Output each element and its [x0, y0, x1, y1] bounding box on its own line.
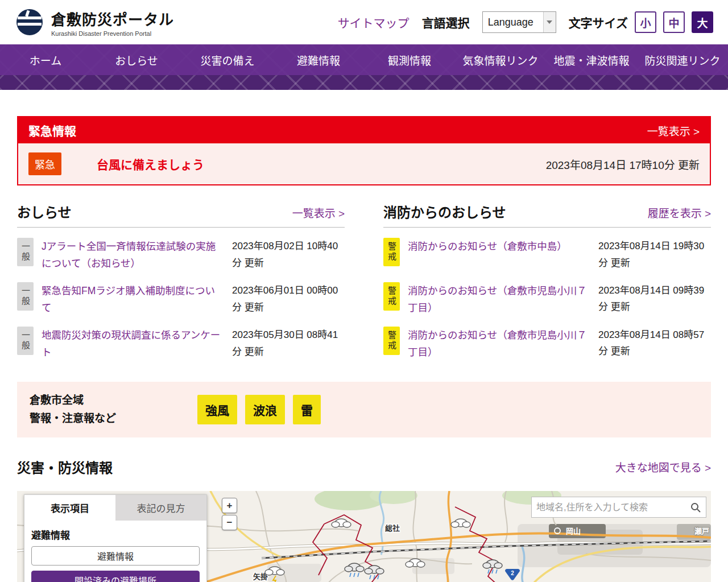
font-size-medium-button[interactable]: 中 — [663, 11, 685, 33]
search-icon[interactable] — [690, 502, 701, 513]
emergency-badge: 緊急 — [28, 152, 61, 175]
warnings-area-line2: 警報・注意報など — [30, 410, 158, 428]
fire-notice-updated: 2023年08月14日 19時30分 更新 — [598, 238, 711, 272]
nav-background-pattern: ホーム おしらせ 災害の備え 避難情報 観測情報 気象情報リンク 地震・津波情報… — [0, 44, 728, 90]
site-header: 倉敷防災ポータル Kurashiki Disaster Prevention P… — [0, 0, 728, 44]
site-logo-icon — [15, 7, 44, 37]
nav-item-weather-links[interactable]: 気象情報リンク — [455, 44, 546, 75]
map-search-box — [531, 497, 706, 518]
zoom-out-button[interactable]: − — [222, 515, 237, 530]
notices-column: おしらせ 一覧表示 > 一般 Jアラート全国一斉情報伝達試験の実施について（お知… — [17, 201, 345, 361]
fire-notices-history-link[interactable]: 履歴を表示 > — [648, 205, 711, 220]
tab-display-items[interactable]: 表示項目 — [24, 495, 115, 521]
notice-updated: 2023年05月30日 08時41分 更新 — [232, 327, 345, 361]
map-panel-tabs: 表示項目 表記の見方 — [24, 495, 206, 521]
route-2-label: 2 — [511, 570, 514, 576]
map-search-input[interactable] — [536, 502, 690, 513]
notice-updated: 2023年06月01日 00時00分 更新 — [232, 282, 345, 316]
open-shelters-button[interactable]: 開設済みの避難場所 — [31, 571, 200, 582]
nav-item-earthquake-tsunami[interactable]: 地震・津波情報 — [546, 44, 637, 75]
nav-item-preparedness[interactable]: 災害の備え — [182, 44, 273, 75]
fire-notice-updated: 2023年08月14日 09時39分 更新 — [598, 282, 711, 316]
language-label: 言語選択 — [422, 14, 470, 31]
map-panel-body: 避難情報 避難情報 開設済みの避難場所 — [24, 521, 206, 582]
chevron-down-icon — [543, 12, 556, 32]
font-size-large-button[interactable]: 大 — [692, 11, 713, 33]
map-section-header: 災害・防災情報 大きな地図で見る > — [17, 457, 711, 476]
zoom-in-button[interactable]: + — [222, 498, 237, 513]
fire-notice-updated: 2023年08月14日 08時57分 更新 — [598, 327, 711, 361]
emergency-header: 緊急情報 一覧表示 > — [18, 117, 710, 143]
disaster-map[interactable]: 2 総社 岡山 瀬戸 矢掛 — [17, 491, 711, 582]
nav-item-home[interactable]: ホーム — [0, 44, 91, 75]
list-item: 一般 地震防災対策の現状調査に係るアンケート 2023年05月30日 08時41… — [17, 327, 345, 361]
font-size-group: 文字サイズ 小 中 大 — [569, 11, 713, 33]
notice-link[interactable]: 緊急告知FMラジオ購入補助制度について — [42, 282, 224, 316]
language-select-value: Language — [483, 16, 543, 28]
category-badge: 一般 — [17, 238, 34, 266]
list-item: 警戒 消防からのお知らせ（倉敷市児島小川７丁目） 2023年08月14日 09時… — [383, 282, 711, 316]
notice-link[interactable]: 地震防災対策の現状調査に係るアンケート — [42, 327, 224, 361]
fire-notice-link[interactable]: 消防からのお知らせ（倉敷市児島小川７丁目） — [408, 327, 590, 361]
warning-badges: 強風 波浪 雷 — [197, 395, 321, 424]
large-map-link[interactable]: 大きな地図で見る > — [615, 459, 711, 474]
font-size-label: 文字サイズ — [569, 14, 628, 31]
notices-list-link[interactable]: 一覧表示 > — [292, 205, 345, 220]
nav-item-related-links[interactable]: 防災関連リンク — [637, 44, 728, 75]
warning-badge-strong-wind[interactable]: 強風 — [197, 395, 237, 424]
evacuation-group-label: 避難情報 — [31, 527, 200, 542]
warnings-area-line1: 倉敷市全域 — [30, 391, 158, 410]
notice-updated: 2023年08月02日 10時40分 更新 — [232, 238, 345, 272]
language-select[interactable]: Language — [482, 11, 556, 33]
emergency-section: 緊急情報 一覧表示 > 緊急 台風に備えましょう 2023年08月14日 17時… — [17, 116, 711, 185]
warnings-area-label: 倉敷市全域 警報・注意報など — [30, 391, 158, 428]
svg-text:岡山: 岡山 — [566, 527, 581, 535]
map-label-seto: 瀬戸 — [694, 527, 709, 535]
sitemap-link[interactable]: サイトマップ — [338, 14, 410, 31]
category-badge: 一般 — [17, 327, 34, 355]
site-subtitle: Kurashiki Disaster Prevention Portal — [51, 30, 174, 37]
list-item: 警戒 消防からのお知らせ（倉敷市児島小川７丁目） 2023年08月14日 08時… — [383, 327, 711, 361]
fire-notice-link[interactable]: 消防からのお知らせ（倉敷市中島） — [408, 238, 590, 255]
nav-item-observation[interactable]: 観測情報 — [364, 44, 455, 75]
nav-item-notices[interactable]: おしらせ — [91, 44, 182, 75]
warning-badge-high-waves[interactable]: 波浪 — [245, 395, 285, 424]
evacuation-info-button[interactable]: 避難情報 — [31, 546, 200, 566]
news-columns: おしらせ 一覧表示 > 一般 Jアラート全国一斉情報伝達試験の実施について（お知… — [17, 201, 711, 361]
emergency-title: 緊急情報 — [28, 122, 76, 139]
site-brand[interactable]: 倉敷防災ポータル Kurashiki Disaster Prevention P… — [51, 8, 174, 37]
fire-notice-link[interactable]: 消防からのお知らせ（倉敷市児島小川７丁目） — [408, 282, 590, 316]
tab-legend[interactable]: 表記の見方 — [115, 495, 206, 521]
warnings-section: 倉敷市全域 警報・注意報など 強風 波浪 雷 — [17, 382, 711, 438]
notices-title: おしらせ — [17, 201, 72, 221]
main-nav: ホーム おしらせ 災害の備え 避難情報 観測情報 気象情報リンク 地震・津波情報… — [0, 44, 728, 75]
emergency-updated: 2023年08月14日 17時10分 更新 — [546, 156, 700, 172]
fire-notices-header: 消防からのおしらせ 履歴を表示 > — [383, 201, 711, 228]
map-section-title: 災害・防災情報 — [17, 457, 113, 477]
site-title: 倉敷防災ポータル — [51, 8, 174, 29]
fire-notices-title: 消防からのおしらせ — [383, 201, 506, 221]
warning-badge-thunder[interactable]: 雷 — [293, 395, 321, 424]
fire-notices-column: 消防からのおしらせ 履歴を表示 > 警戒 消防からのお知らせ（倉敷市中島） 20… — [383, 201, 711, 361]
alert-badge: 警戒 — [383, 282, 400, 311]
emergency-message-link[interactable]: 台風に備えましょう — [97, 155, 204, 172]
font-size-small-button[interactable]: 小 — [635, 11, 656, 33]
emergency-item: 緊急 台風に備えましょう 2023年08月14日 17時10分 更新 — [18, 143, 710, 184]
nav-item-evacuation[interactable]: 避難情報 — [273, 44, 364, 75]
map-zoom-controls: + − — [222, 498, 237, 530]
map-layers-panel: 表示項目 表記の見方 避難情報 避難情報 開設済みの避難場所 — [24, 494, 207, 582]
list-item: 一般 緊急告知FMラジオ購入補助制度について 2023年06月01日 00時00… — [17, 282, 345, 316]
list-item: 一般 Jアラート全国一斉情報伝達試験の実施について（お知らせ） 2023年08月… — [17, 238, 345, 272]
map-label-sojya: 総社 — [385, 524, 400, 533]
notice-link[interactable]: Jアラート全国一斉情報伝達試験の実施について（お知らせ） — [42, 238, 224, 272]
emergency-list-link[interactable]: 一覧表示 > — [647, 123, 700, 138]
header-utilities: サイトマップ 言語選択 Language 文字サイズ 小 中 大 — [338, 11, 713, 33]
list-item: 警戒 消防からのお知らせ（倉敷市中島） 2023年08月14日 19時30分 更… — [383, 238, 711, 272]
notices-header: おしらせ 一覧表示 > — [17, 201, 345, 228]
alert-badge: 警戒 — [383, 238, 400, 266]
alert-badge: 警戒 — [383, 327, 400, 355]
category-badge: 一般 — [17, 282, 34, 311]
